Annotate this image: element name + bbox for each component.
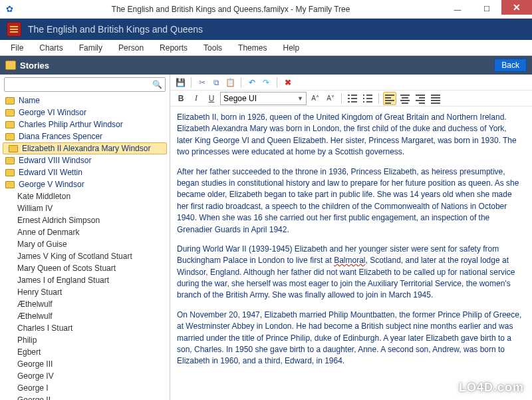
folder-icon [5, 109, 15, 116]
tree-item[interactable]: Edward VIII Windsor [0, 154, 170, 166]
tree-item-label: Edward VIII Windsor [19, 155, 91, 166]
menu-charts[interactable]: Charts [33, 42, 69, 54]
tree-item[interactable]: Ernest Aldrich Simpson [0, 214, 170, 226]
tree-item[interactable]: George V Windsor [0, 178, 170, 190]
paste-button[interactable]: 📋 [224, 77, 236, 89]
tree-item-label: Henry Stuart [17, 287, 62, 298]
tree-item[interactable]: George II [0, 394, 170, 400]
copy-button[interactable]: ⧉ [210, 77, 222, 89]
menu-tools[interactable]: Tools [197, 42, 229, 54]
tree-item[interactable]: George III [0, 358, 170, 370]
menu-file[interactable]: File [4, 42, 30, 54]
minimize-button[interactable]: — [443, 2, 472, 17]
back-button[interactable]: Back [494, 59, 527, 72]
tree-item-label: Ernest Aldrich Simpson [17, 215, 100, 226]
search-box[interactable]: 🔍 [4, 77, 166, 92]
tree-item-label: George II [17, 395, 51, 400]
tree-item-label: Charles I Stuart [17, 323, 72, 333]
folder-icon [5, 133, 15, 140]
tree-item[interactable]: Henry Stuart [0, 286, 170, 298]
section-title: Stories [20, 61, 490, 71]
tree-item[interactable]: Kate Middleton [0, 190, 170, 202]
section-header: Stories Back [0, 56, 532, 75]
folder-icon [5, 181, 15, 188]
close-button[interactable]: ✕ [501, 0, 532, 15]
toolbar-separator [341, 93, 342, 104]
tree-item[interactable]: Diana Frances Spencer [0, 130, 170, 142]
menu-person[interactable]: Person [112, 42, 150, 54]
tree-item[interactable]: Anne of Denmark [0, 226, 170, 238]
tree-item[interactable]: Egbert [0, 346, 170, 358]
tree-item[interactable]: Edward VII Wettin [0, 166, 170, 178]
toolbar-separator [378, 93, 379, 104]
maximize-button[interactable]: ☐ [472, 2, 501, 17]
font-name-label: Segoe UI [223, 94, 257, 103]
align-left-button[interactable] [383, 92, 396, 105]
tree-item[interactable]: Mary Queen of Scots Stuart [0, 262, 170, 274]
bullet-list-button[interactable] [346, 92, 359, 105]
undo-button[interactable]: ↶ [246, 77, 258, 89]
tree-item[interactable]: Æthelwulf [0, 298, 170, 310]
tree-item[interactable]: Æthelwulf [0, 310, 170, 322]
font-select[interactable]: Segoe UI ▼ [220, 92, 307, 105]
person-tree[interactable]: NameGeorge VI WindsorCharles Philip Arth… [0, 95, 170, 400]
align-right-button[interactable] [414, 92, 427, 105]
tree-item-label: Anne of Denmark [17, 227, 79, 238]
tree-item[interactable]: Name [0, 95, 170, 106]
font-increase-button[interactable]: A˄ [309, 92, 322, 105]
main-area: 🔍 NameGeorge VI WindsorCharles Philip Ar… [0, 75, 532, 400]
stories-icon [5, 61, 16, 70]
menu-reports[interactable]: Reports [153, 42, 194, 54]
delete-button[interactable]: ✖ [282, 77, 294, 89]
paragraph: After her father succeeded to the throne… [177, 166, 523, 236]
tree-item-label: Name [19, 95, 40, 106]
tree-item[interactable]: Charles Philip Arthur Windsor [0, 118, 170, 130]
story-content[interactable]: Elizabeth II, born in 1926, queen of the… [170, 106, 532, 400]
save-button[interactable]: 💾 [174, 77, 186, 89]
tree-item[interactable]: George IV [0, 370, 170, 382]
app-icon: ✿ [0, 4, 19, 14]
tree-item[interactable]: Charles I Stuart [0, 322, 170, 334]
bold-button[interactable]: B [174, 92, 188, 105]
toolbar-separator [277, 77, 277, 88]
font-decrease-button[interactable]: A˅ [324, 92, 337, 105]
tree-item[interactable]: William IV [0, 202, 170, 214]
menu-themes[interactable]: Themes [231, 42, 273, 54]
menu-help[interactable]: Help [276, 42, 306, 54]
align-justify-button[interactable] [429, 92, 442, 105]
tree-item[interactable]: George I [0, 382, 170, 394]
search-input[interactable] [7, 80, 152, 89]
number-list-button[interactable] [361, 92, 374, 105]
folder-icon [5, 157, 15, 164]
paragraph: Elizabeth II, born in 1926, queen of the… [177, 112, 523, 158]
tree-item[interactable]: Philip [0, 334, 170, 346]
tree-item-label: George IV [17, 371, 54, 381]
tree-item[interactable]: George VI Windsor [0, 106, 170, 118]
underline-button[interactable]: U [205, 92, 218, 105]
menu-family[interactable]: Family [72, 42, 109, 54]
tree-item[interactable]: James V King of Scotland Stuart [0, 250, 170, 262]
align-center-button[interactable] [398, 92, 412, 105]
editor-pane: 💾 ✂ ⧉ 📋 ↶ ↷ ✖ B I U Segoe UI ▼ A˄ A˅ [170, 75, 532, 400]
tree-item[interactable]: Mary of Guise [0, 238, 170, 250]
window-titlebar: ✿ The English and British Kings and Quee… [0, 0, 532, 19]
folder-icon [5, 121, 15, 128]
toolbar-separator [191, 77, 192, 88]
tree-item[interactable]: Elizabeth II Alexandra Mary Windsor [3, 142, 167, 154]
tree-item-label: Mary of Guise [17, 239, 67, 250]
tree-item-label: Charles Philip Arthur Windsor [19, 119, 123, 130]
tree-item-label: James V King of Scotland Stuart [17, 251, 132, 262]
chevron-down-icon: ▼ [297, 95, 303, 102]
italic-button[interactable]: I [190, 92, 203, 105]
paragraph: During World War II (1939-1945) Elizabet… [177, 244, 523, 301]
redo-button[interactable]: ↷ [260, 77, 272, 89]
menu-bar: File Charts Family Person Reports Tools … [0, 40, 532, 56]
toolbar-separator [241, 77, 241, 88]
search-icon[interactable]: 🔍 [152, 80, 162, 89]
tree-item-label: James I of England Stuart [17, 275, 109, 286]
paragraph: On November 20, 1947, Elizabeth married … [177, 309, 523, 367]
tree-item[interactable]: James I of England Stuart [0, 274, 170, 286]
spelling-error: Balmoral [334, 256, 365, 265]
tree-item-label: Mary Queen of Scots Stuart [17, 263, 116, 274]
cut-button[interactable]: ✂ [196, 77, 208, 89]
